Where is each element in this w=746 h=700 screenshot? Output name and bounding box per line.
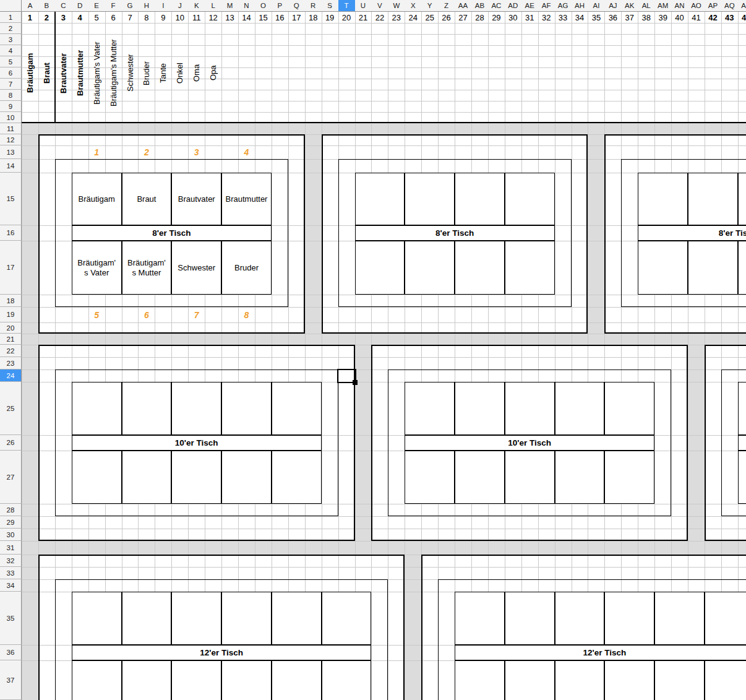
cell-guest-number[interactable]: 36 (604, 12, 621, 23)
seat-cell[interactable] (555, 382, 605, 435)
row-header-24[interactable]: 24 (0, 369, 22, 382)
column-header-AP[interactable]: AP (705, 0, 722, 12)
column-header-AQ[interactable]: AQ (721, 0, 739, 12)
cell-guest-number[interactable]: 31 (521, 12, 538, 23)
column-header-AM[interactable]: AM (654, 0, 672, 12)
seat-cell[interactable] (505, 173, 555, 225)
category-label-cell[interactable]: Braut (38, 23, 55, 123)
table-size-label[interactable]: 8'er Tisch (638, 225, 746, 241)
row-header-7[interactable]: 7 (0, 79, 22, 90)
seat-cell[interactable] (72, 382, 122, 435)
column-header-I[interactable]: I (155, 0, 172, 12)
row-header-3[interactable]: 3 (0, 34, 22, 45)
cell-guest-number[interactable]: 27 (455, 12, 471, 23)
seat-cell[interactable] (322, 660, 372, 700)
column-header-AI[interactable]: AI (588, 0, 605, 12)
row-header-5[interactable]: 5 (0, 56, 22, 67)
column-header-AO[interactable]: AO (688, 0, 705, 12)
cell-guest-number[interactable]: 21 (355, 12, 372, 23)
seat-cell[interactable] (505, 382, 555, 435)
seat-cell[interactable] (272, 660, 322, 700)
seat-cell[interactable] (705, 592, 746, 645)
row-header-31[interactable]: 31 (0, 541, 22, 555)
cell-guest-number[interactable]: 24 (405, 12, 421, 23)
row-header-30[interactable]: 30 (0, 529, 22, 541)
seat-cell[interactable] (221, 451, 272, 504)
seat-cell[interactable] (272, 451, 322, 504)
column-header-AE[interactable]: AE (521, 0, 539, 12)
cell-guest-number[interactable]: 14 (238, 12, 255, 23)
row-header-12[interactable]: 12 (0, 134, 22, 145)
seat-cell[interactable] (72, 660, 122, 700)
seat-cell[interactable] (505, 241, 555, 295)
seat-cell[interactable] (738, 451, 746, 504)
seat-cell[interactable] (122, 382, 172, 435)
column-header-AR[interactable]: AR (738, 0, 746, 12)
cell-guest-number[interactable]: 3 (55, 12, 72, 23)
cell-guest-number[interactable]: 8 (138, 12, 155, 23)
seat-cell[interactable] (72, 592, 122, 645)
cell-guest-number[interactable]: 13 (221, 12, 238, 23)
seat-cell[interactable] (405, 173, 455, 225)
category-label-cell[interactable]: Oma (188, 23, 205, 123)
column-header-J[interactable]: J (171, 0, 189, 12)
cell-guest-number[interactable]: 33 (555, 12, 572, 23)
seat-cell[interactable]: Bruder (221, 241, 272, 295)
column-header-AJ[interactable]: AJ (604, 0, 622, 12)
column-header-W[interactable]: W (388, 0, 405, 12)
seat-cell[interactable] (221, 592, 272, 645)
category-label-cell[interactable]: Bräutigam (22, 23, 38, 123)
seat-cell[interactable]: Brautmutter (221, 173, 272, 225)
row-header-17[interactable]: 17 (0, 241, 22, 295)
row-header-8[interactable]: 8 (0, 90, 22, 101)
seat-cell[interactable] (171, 382, 221, 435)
seat-cell[interactable] (72, 451, 122, 504)
cell-guest-number[interactable]: 25 (421, 12, 438, 23)
cell-guest-number[interactable]: 5 (88, 12, 105, 23)
seat-cell[interactable] (705, 660, 746, 700)
seat-cell[interactable] (688, 241, 738, 295)
cell-guest-number[interactable]: 22 (371, 12, 388, 23)
row-header-21[interactable]: 21 (0, 334, 22, 345)
row-header-35[interactable]: 35 (0, 592, 22, 645)
seat-cell[interactable] (688, 173, 738, 225)
cell-guest-number[interactable]: 43 (721, 12, 738, 23)
seat-cell[interactable] (122, 592, 172, 645)
category-label-cell[interactable]: Schwester (122, 23, 139, 123)
row-header-18[interactable]: 18 (0, 295, 22, 307)
row-header-15[interactable]: 15 (0, 173, 22, 225)
cell-guest-number[interactable]: 19 (322, 12, 338, 23)
column-header-C[interactable]: C (55, 0, 72, 12)
column-header-A[interactable]: A (22, 0, 39, 12)
seat-cell[interactable] (171, 592, 221, 645)
table-size-label[interactable]: 10'er Tisch (72, 435, 322, 451)
seat-cell[interactable] (171, 451, 221, 504)
seat-cell[interactable] (455, 660, 505, 700)
column-header-AN[interactable]: AN (671, 0, 688, 12)
category-label-cell[interactable]: Tante (155, 23, 171, 123)
row-header-2[interactable]: 2 (0, 23, 22, 34)
table-size-label[interactable]: 10'er Tisch (405, 435, 654, 451)
cell-guest-number[interactable]: 38 (638, 12, 654, 23)
cell-guest-number[interactable]: 4 (72, 12, 88, 23)
cell-guest-number[interactable]: 6 (105, 12, 122, 23)
seat-cell[interactable] (455, 382, 505, 435)
row-header-27[interactable]: 27 (0, 451, 22, 504)
cell-guest-number[interactable]: 30 (505, 12, 521, 23)
seat-cell[interactable] (122, 451, 172, 504)
column-header-H[interactable]: H (138, 0, 155, 12)
category-label-cell[interactable]: Onkel (171, 23, 188, 123)
column-header-Q[interactable]: Q (288, 0, 306, 12)
row-header-14[interactable]: 14 (0, 159, 22, 173)
seat-cell[interactable] (455, 592, 505, 645)
column-header-F[interactable]: F (105, 0, 122, 12)
row-header-33[interactable]: 33 (0, 567, 22, 579)
cell-guest-number[interactable]: 28 (471, 12, 488, 23)
cell-guest-number[interactable]: 10 (171, 12, 188, 23)
seat-cell[interactable] (555, 451, 605, 504)
seat-cell[interactable]: Schwester (171, 241, 221, 295)
cell-guest-number[interactable]: 1 (22, 12, 38, 23)
seat-cell[interactable] (322, 592, 372, 645)
cell-guest-number[interactable]: 12 (205, 12, 221, 23)
seat-cell[interactable]: Braut (122, 173, 172, 225)
